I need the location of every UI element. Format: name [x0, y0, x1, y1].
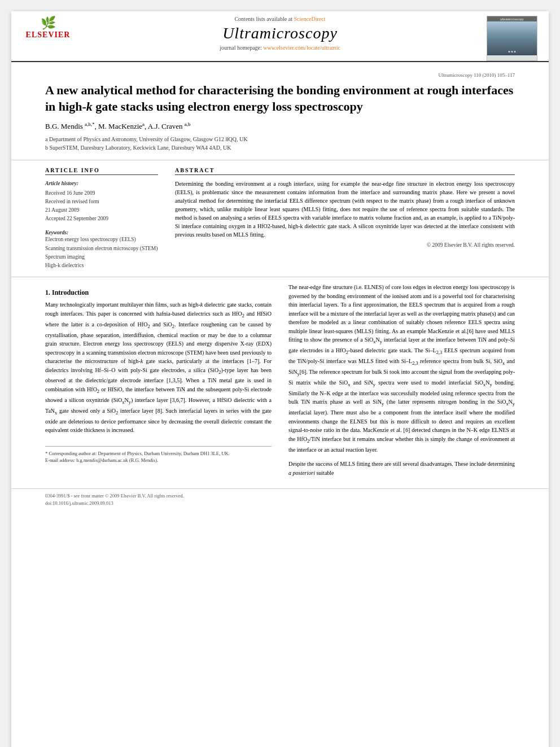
section-number: 1.	[45, 289, 50, 296]
footnote-area: * Corresponding author at: Department of…	[45, 446, 272, 465]
footnote-star: * Corresponding author at: Department of…	[45, 450, 272, 457]
article-title: A new analytical method for characterisi…	[45, 82, 515, 115]
contents-line: Contents lists available at ScienceDirec…	[85, 16, 475, 22]
received-date: Received 16 June 2009	[45, 189, 158, 198]
authors: B.G. Mendis a,b,*, M. MacKenziea, A.J. C…	[45, 121, 515, 131]
elsevier-name: ELSEVIER	[23, 30, 73, 40]
keyword-2: Scanning transmission electron microscop…	[45, 244, 158, 253]
intro-right-para2: Despite the success of MLLS fitting ther…	[288, 460, 515, 477]
intro-left-para1: Many technologically important multilaye…	[45, 300, 272, 434]
history-label: Article history:	[45, 180, 158, 188]
footnote-email: E-mail address: b.g.mendis@durham.ac.uk …	[45, 457, 272, 464]
main-left-column: 1. Introduction Many technologically imp…	[45, 283, 272, 477]
revised-date: 21 August 2009	[45, 206, 158, 215]
affiliations: a Department of Physics and Astronomy, U…	[45, 135, 515, 152]
journal-homepage: journal homepage: www.elsevier.com/locat…	[85, 45, 475, 51]
footer-bar: 0304-3991/$ - see front matter © 2009 El…	[11, 488, 549, 510]
article-info-column: ARTICLE INFO Article history: Received 1…	[45, 167, 158, 270]
abstract-label: ABSTRACT	[175, 167, 515, 175]
journal-header: 🌿 ELSEVIER Contents lists available at S…	[11, 11, 549, 62]
section-title-text: Introduction	[52, 289, 89, 296]
main-content: 1. Introduction Many technologically imp…	[11, 277, 549, 483]
cover-image	[487, 21, 537, 55]
citation-line: Ultramicroscopy 110 (2010) 105–117	[45, 72, 515, 78]
received-revised-label: Received in revised form	[45, 198, 158, 206]
section1-title: 1. Introduction	[45, 289, 272, 297]
main-right-column: The near-edge fine structure (i.e. ELNES…	[288, 283, 515, 477]
article-history: Article history: Received 16 June 2009 R…	[45, 180, 158, 224]
accepted-date: Accepted 22 September 2009	[45, 215, 158, 223]
cover-dot-3	[514, 51, 516, 53]
cover-decoration	[509, 51, 516, 53]
keyword-4: High-k dielectrics	[45, 261, 158, 270]
affiliation-a: a Department of Physics and Astronomy, U…	[45, 135, 515, 143]
keywords-label: Keywords:	[45, 230, 158, 235]
keyword-1: Electron energy loss spectroscopy (EELS)	[45, 235, 158, 244]
cover-dot-2	[511, 51, 513, 53]
footer-issn: 0304-3991/$ - see front matter © 2009 El…	[45, 492, 515, 500]
intro-right-para1: The near-edge fine structure (i.e. ELNES…	[288, 283, 515, 454]
footer-doi: doi:10.1016/j.ultramic.2009.09.013	[45, 500, 515, 507]
info-abstract-section: ARTICLE INFO Article history: Received 1…	[11, 160, 549, 278]
keyword-3: Spectrum imaging	[45, 253, 158, 261]
journal-info: Contents lists available at ScienceDirec…	[73, 16, 487, 54]
email-address: b.g.mendis@durham.ac.uk (B.G. Mendis).	[76, 457, 158, 463]
cover-label: ultramicroscopy	[487, 16, 537, 21]
email-label: E-mail address:	[45, 457, 75, 463]
article-header: Ultramicroscopy 110 (2010) 105–117 A new…	[11, 62, 549, 160]
article-info-label: ARTICLE INFO	[45, 167, 158, 175]
sciencedirect-link[interactable]: ScienceDirect	[294, 16, 325, 22]
homepage-link[interactable]: www.elsevier.com/locate/ultramic	[263, 45, 340, 51]
elsevier-logo: 🌿 ELSEVIER	[23, 16, 73, 40]
elsevier-tree-icon: 🌿	[23, 16, 73, 30]
keywords-list: Electron energy loss spectroscopy (EELS)…	[45, 235, 158, 270]
abstract-text: Determining the bonding environment at a…	[175, 180, 515, 239]
journal-cover-thumbnail: ultramicroscopy	[487, 16, 537, 61]
copyright-line: © 2009 Elsevier B.V. All rights reserved…	[175, 242, 515, 248]
page: 🌿 ELSEVIER Contents lists available at S…	[11, 11, 549, 747]
journal-title: Ultramicroscopy	[85, 24, 475, 42]
affiliation-b: b SuperSTEM, Daresbury Laboratory, Keckw…	[45, 143, 515, 152]
cover-dot-1	[509, 51, 510, 53]
abstract-column: ABSTRACT Determining the bonding environ…	[175, 167, 515, 270]
